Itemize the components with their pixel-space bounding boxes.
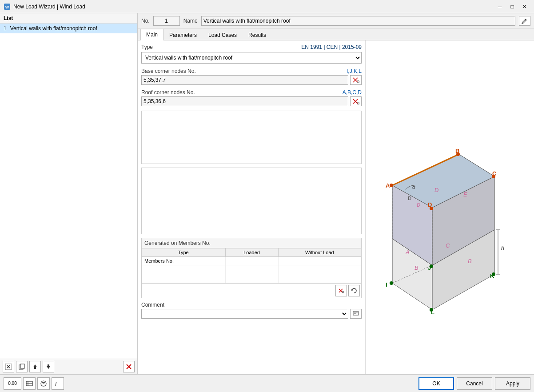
cancel-button[interactable]: Cancel: [457, 377, 492, 390]
comment-btn[interactable]: [350, 309, 362, 319]
delete-icon: [126, 364, 132, 370]
roof-corner-nodes-group: Roof corner nodes No. A,B,C,D: [141, 89, 362, 106]
roof-corner-pick-button[interactable]: [350, 96, 362, 106]
svg-text:W: W: [5, 5, 9, 9]
tab-parameters[interactable]: Parameters: [163, 29, 203, 40]
svg-text:D: D: [408, 196, 411, 201]
row-type: Members No.: [142, 257, 225, 265]
edit-icon: [522, 18, 528, 24]
col-type: Type: [142, 248, 225, 257]
svg-point-57: [492, 272, 495, 276]
svg-text:B: B: [414, 264, 418, 271]
svg-text:A: A: [405, 249, 410, 256]
reset-icon: [351, 288, 357, 293]
svg-rect-7: [34, 367, 36, 369]
view-btn-3[interactable]: [37, 377, 50, 390]
svg-rect-24: [353, 312, 359, 315]
svg-text:D: D: [417, 202, 420, 208]
svg-line-19: [359, 104, 359, 104]
coord-display-button[interactable]: 0.00: [4, 377, 21, 390]
close-button[interactable]: ✕: [519, 2, 530, 11]
col-without-load: Without Load: [278, 248, 361, 257]
roof-corner-input[interactable]: [141, 96, 348, 106]
view-4-icon: f: [54, 380, 61, 387]
add-item-button[interactable]: [3, 361, 14, 372]
view-btn-2[interactable]: [23, 377, 36, 390]
tab-content: Type EN 1991 | CEN | 2015-09 Vertical wa…: [138, 40, 365, 374]
row-without-load: [278, 257, 361, 265]
main-container: List 1 Vertical walls with flat/monopitc…: [0, 13, 534, 392]
svg-text:B: B: [468, 258, 472, 264]
no-field[interactable]: [153, 16, 180, 26]
svg-text:I: I: [386, 281, 387, 288]
comment-row: [141, 309, 362, 319]
bottom-toolbar: 0.00 f OK Cancel: [0, 374, 534, 392]
pick-table-icon: [338, 288, 344, 293]
tabs-bar: Main Parameters Load Cases Results: [138, 29, 534, 40]
svg-point-54: [430, 207, 433, 210]
svg-text:α: α: [412, 184, 415, 190]
move-up-icon: [32, 364, 38, 370]
base-corner-input[interactable]: [141, 75, 348, 85]
comment-dropdown[interactable]: [141, 309, 348, 319]
list-toolbar: [0, 359, 137, 374]
svg-text:A: A: [386, 182, 390, 189]
dialog-buttons: OK Cancel Apply: [418, 377, 530, 390]
comment-section: Comment: [141, 302, 362, 319]
name-label: Name: [183, 18, 198, 24]
svg-rect-6: [20, 364, 24, 368]
roof-corner-input-row: [141, 96, 362, 106]
view-btn-4[interactable]: f: [52, 377, 64, 390]
comment-icon: [353, 311, 359, 316]
building-diagram: A B C B D E B C A D I L K: [370, 96, 530, 319]
roof-corner-label-row: Roof corner nodes No. A,B,C,D: [141, 89, 362, 96]
type-label: Type: [141, 44, 153, 50]
window-title: New Load Wizard | Wind Load: [13, 4, 491, 10]
base-corner-pick-button[interactable]: [350, 75, 362, 85]
tab-results[interactable]: Results: [243, 29, 272, 40]
delete-item-button[interactable]: [123, 361, 135, 372]
apply-button[interactable]: Apply: [495, 377, 530, 390]
tab-load-cases[interactable]: Load Cases: [203, 29, 243, 40]
move-down-button[interactable]: [43, 361, 54, 372]
roof-corner-hint: A,B,C,D: [343, 89, 362, 96]
type-row: Type EN 1991 | CEN | 2015-09: [141, 44, 362, 50]
ok-button[interactable]: OK: [418, 377, 454, 390]
table-empty-row: [142, 265, 361, 283]
tab-main[interactable]: Main: [140, 29, 163, 40]
base-corner-nodes-group: Base corner nodes No. I,J,K,L: [141, 68, 362, 85]
list-item-number: 1: [4, 25, 7, 32]
col-loaded: Loaded: [225, 248, 278, 257]
svg-text:E: E: [463, 191, 467, 198]
view-2-icon: [26, 380, 33, 387]
content-area: List 1 Vertical walls with flat/monopitc…: [0, 13, 534, 374]
list-item[interactable]: 1 Vertical walls with flat/monopitch roo…: [0, 24, 137, 33]
generated-members-section: Generated on Members No. Type Loaded Wit…: [141, 238, 362, 298]
generated-members-table: Type Loaded Without Load Members No.: [142, 248, 361, 283]
base-corner-label: Base corner nodes No.: [141, 68, 196, 74]
edit-name-button[interactable]: [519, 16, 530, 26]
roof-corner-label: Roof corner nodes No.: [141, 89, 195, 96]
comment-label: Comment: [141, 302, 362, 308]
svg-point-53: [390, 184, 393, 187]
gen-table-pick-btn[interactable]: [335, 285, 347, 296]
type-dropdown[interactable]: Vertical walls with flat/monopitch roof: [141, 52, 362, 64]
svg-text:f: f: [55, 380, 57, 387]
base-corner-label-row: Base corner nodes No. I,J,K,L: [141, 68, 362, 74]
minimize-button[interactable]: ─: [494, 2, 506, 11]
bottom-left-tools: 0.00 f: [4, 377, 64, 390]
list-content[interactable]: 1 Vertical walls with flat/monopitch roo…: [0, 24, 137, 359]
gen-table-reset-btn[interactable]: [348, 285, 360, 296]
move-up-button[interactable]: [29, 361, 41, 372]
name-field[interactable]: [201, 16, 515, 26]
svg-point-52: [492, 175, 495, 178]
maximize-button[interactable]: □: [506, 2, 518, 11]
title-bar: W New Load Wizard | Wind Load ─ □ ✕: [0, 0, 534, 13]
copy-item-button[interactable]: [16, 361, 28, 372]
view-3-icon: [40, 380, 47, 387]
base-corner-input-row: [141, 75, 362, 85]
right-panel: No. Name Main Parameters Load Cases Resu…: [138, 13, 534, 374]
list-item-label: Vertical walls with flat/monopitch roof: [10, 25, 97, 32]
svg-marker-23: [351, 289, 353, 291]
svg-text:C: C: [446, 242, 450, 249]
